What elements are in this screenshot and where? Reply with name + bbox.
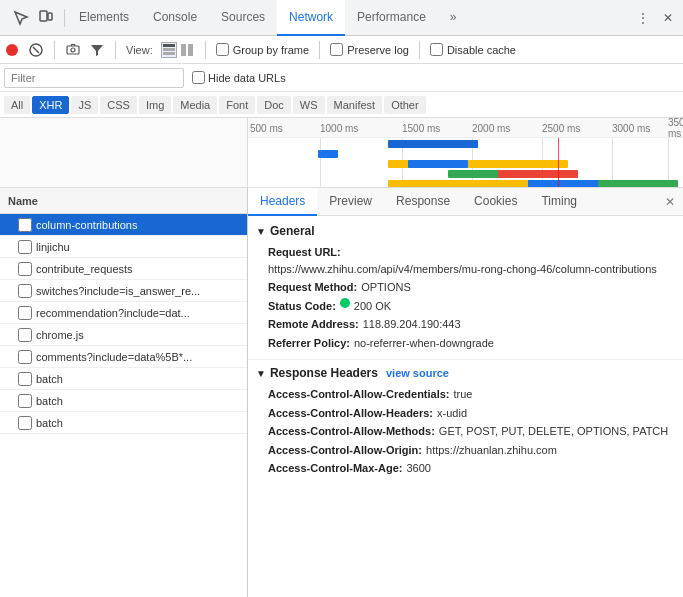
request-method-row: Request Method: OPTIONS (268, 279, 675, 296)
req-checkbox-9[interactable] (18, 416, 32, 430)
network-toolbar: View: Group by frame Preserve log Disabl… (0, 36, 683, 64)
req-name-7: batch (36, 373, 63, 385)
req-name-5: chrome.js (36, 329, 84, 341)
req-checkbox-6[interactable] (18, 350, 32, 364)
hide-data-urls-checkbox[interactable]: Hide data URLs (192, 71, 286, 84)
wf-bar-2b (408, 160, 468, 168)
disable-cache-input[interactable] (430, 43, 443, 56)
svg-rect-11 (188, 44, 193, 56)
device-icon[interactable] (36, 9, 54, 27)
stop-button[interactable] (28, 42, 44, 58)
more-menu-button[interactable]: ⋮ (629, 11, 657, 25)
req-checkbox-7[interactable] (18, 372, 32, 386)
ruler-mark-4: 2500 ms (542, 118, 580, 138)
type-font[interactable]: Font (219, 96, 255, 114)
req-name-6: comments?include=data%5B*... (36, 351, 192, 363)
tab-performance[interactable]: Performance (345, 0, 438, 36)
preserve-log-checkbox[interactable]: Preserve log (330, 43, 409, 56)
response-headers-section-header[interactable]: ▼ Response Headers view source (248, 362, 683, 384)
req-checkbox-3[interactable] (18, 284, 32, 298)
view-source-link[interactable]: view source (386, 367, 449, 379)
general-section-header[interactable]: ▼ General (248, 220, 683, 242)
tab-headers[interactable]: Headers (248, 188, 317, 216)
tab-response[interactable]: Response (384, 188, 462, 216)
tab-cookies[interactable]: Cookies (462, 188, 529, 216)
type-doc[interactable]: Doc (257, 96, 291, 114)
req-checkbox-8[interactable] (18, 394, 32, 408)
ruler-mark-1: 1000 ms (320, 118, 358, 138)
inspect-icon[interactable] (12, 9, 30, 27)
resp-val-2: GET, POST, PUT, DELETE, OPTIONS, PATCH (439, 423, 668, 440)
tab-network[interactable]: Network (277, 0, 345, 36)
req-checkbox-0[interactable] (18, 218, 32, 232)
request-url-val: https://www.zhihu.com/api/v4/members/mu-… (268, 261, 657, 278)
request-item-8[interactable]: batch (0, 390, 247, 412)
tab-elements[interactable]: Elements (67, 0, 141, 36)
wf-bar-4c (598, 180, 678, 187)
view-table-icon[interactable] (161, 42, 177, 58)
type-img[interactable]: Img (139, 96, 171, 114)
hide-data-urls-input[interactable] (192, 71, 205, 84)
request-item-5[interactable]: chrome.js (0, 324, 247, 346)
request-item-1[interactable]: linjichu (0, 236, 247, 258)
resp-header-2: Access-Control-Allow-Methods: GET, POST,… (268, 423, 675, 440)
record-button[interactable] (4, 42, 20, 58)
headers-content: ▼ General Request URL: https://www.zhihu… (248, 216, 683, 597)
type-media[interactable]: Media (173, 96, 217, 114)
resp-header-3: Access-Control-Allow-Origin: https://zhu… (268, 442, 675, 459)
request-item-6[interactable]: comments?include=data%5B*... (0, 346, 247, 368)
request-item-3[interactable]: switches?include=is_answer_re... (0, 280, 247, 302)
req-checkbox-1[interactable] (18, 240, 32, 254)
svg-rect-8 (163, 48, 175, 51)
tab-timing[interactable]: Timing (529, 188, 589, 216)
type-css[interactable]: CSS (100, 96, 137, 114)
main-split: Name column-contributions linjichu contr… (0, 188, 683, 597)
request-item-9[interactable]: batch (0, 412, 247, 434)
group-by-frame-input[interactable] (216, 43, 229, 56)
preserve-log-input[interactable] (330, 43, 343, 56)
type-other[interactable]: Other (384, 96, 426, 114)
type-manifest[interactable]: Manifest (327, 96, 383, 114)
type-ws[interactable]: WS (293, 96, 325, 114)
req-name-1: linjichu (36, 241, 70, 253)
request-item-4[interactable]: recommendation?include=dat... (0, 302, 247, 324)
wf-bar-0 (388, 140, 478, 148)
ruler-mark-2: 1500 ms (402, 118, 440, 138)
remote-address-row: Remote Address: 118.89.204.190:443 (268, 316, 675, 333)
type-all[interactable]: All (4, 96, 30, 114)
req-checkbox-4[interactable] (18, 306, 32, 320)
resp-val-0: true (454, 386, 473, 403)
status-green-icon (340, 298, 350, 308)
req-checkbox-2[interactable] (18, 262, 32, 276)
close-panel-button[interactable]: ✕ (657, 188, 683, 215)
status-code-row: Status Code: 200 OK (268, 298, 675, 315)
type-xhr[interactable]: XHR (32, 96, 69, 114)
response-headers-body: Access-Control-Allow-Credentials: true A… (248, 384, 683, 483)
request-url-row: Request URL: https://www.zhihu.com/api/v… (268, 244, 675, 277)
tab-preview[interactable]: Preview (317, 188, 384, 216)
filter-button[interactable] (89, 42, 105, 58)
resp-key-2: Access-Control-Allow-Methods: (268, 423, 435, 440)
filter-row: Hide data URLs (0, 64, 683, 92)
req-name-0: column-contributions (36, 219, 138, 231)
group-by-frame-checkbox[interactable]: Group by frame (216, 43, 309, 56)
ruler-mark-6: 3500 ms (668, 118, 683, 138)
close-devtools-button[interactable]: ✕ (657, 11, 679, 25)
view-mode-icons (161, 42, 195, 58)
disable-cache-checkbox[interactable]: Disable cache (430, 43, 516, 56)
tab-more[interactable]: » (438, 0, 469, 36)
request-item-7[interactable]: batch (0, 368, 247, 390)
view-waterfall-icon[interactable] (179, 42, 195, 58)
tab-console[interactable]: Console (141, 0, 209, 36)
filter-input[interactable] (4, 68, 184, 88)
request-item-0[interactable]: column-contributions (0, 214, 247, 236)
type-filter-row: All XHR JS CSS Img Media Font Doc WS Man… (0, 92, 683, 118)
req-checkbox-5[interactable] (18, 328, 32, 342)
type-js[interactable]: JS (71, 96, 98, 114)
camera-button[interactable] (65, 42, 81, 58)
tab-sources[interactable]: Sources (209, 0, 277, 36)
waterfall-area (248, 138, 683, 187)
request-item-2[interactable]: contribute_requests (0, 258, 247, 280)
svg-rect-1 (48, 13, 52, 20)
wf-bar-1 (318, 150, 338, 158)
